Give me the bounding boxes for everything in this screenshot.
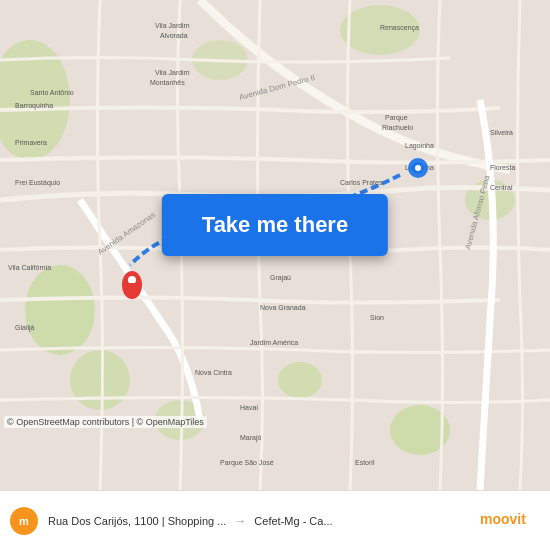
svg-text:Riachuelo: Riachuelo [382,124,413,131]
svg-text:Nova Granada: Nova Granada [260,304,306,311]
svg-text:Glalijá: Glalijá [15,324,35,332]
svg-text:Nova Cintra: Nova Cintra [195,369,232,376]
svg-text:Montanhês: Montanhês [150,79,185,86]
svg-text:moovit: moovit [480,511,526,527]
svg-text:Barroquinha: Barroquinha [15,102,53,110]
svg-text:Grajaú: Grajaú [270,274,291,282]
svg-point-44 [128,276,136,284]
svg-text:Sion: Sion [370,314,384,321]
svg-text:Jardim América: Jardim América [250,339,298,346]
svg-point-48 [415,165,421,171]
svg-text:Renascença: Renascença [380,24,419,32]
origin-text: Rua Dos Carijós, 1100 | Shopping ... [48,515,226,527]
bottom-bar: m Rua Dos Carijós, 1100 | Shopping ... →… [0,490,550,550]
svg-text:Vila Califórnia: Vila Califórnia [8,264,51,271]
svg-text:Vila Jardim: Vila Jardim [155,69,190,76]
svg-text:Santo Antônio: Santo Antônio [30,89,74,96]
route-info: Rua Dos Carijós, 1100 | Shopping ... → C… [48,514,472,528]
route-separator: → [234,514,246,528]
svg-text:Parque São José: Parque São José [220,459,274,467]
svg-text:Estoril: Estoril [355,459,375,466]
svg-text:Central: Central [490,184,513,191]
svg-text:Silveira: Silveira [490,129,513,136]
destination-text: Cefet-Mg - Ca... [254,515,332,527]
svg-text:Frei Eustáquio: Frei Eustáquio [15,179,60,187]
map-container: Santo Antônio Barroquinha Primavera Frei… [0,0,550,490]
svg-text:Alvorada: Alvorada [160,32,188,39]
svg-text:Parque: Parque [385,114,408,122]
take-me-there-button[interactable]: Take me there [162,194,388,256]
map-attribution: © OpenStreetMap contributors | © OpenMap… [4,416,207,428]
moovit-text-logo: moovit [480,509,540,533]
svg-text:Vila Jardim: Vila Jardim [155,22,190,29]
svg-text:Carlos Prates: Carlos Prates [340,179,383,186]
svg-text:Floresta: Floresta [490,164,515,171]
svg-text:Primavera: Primavera [15,139,47,146]
svg-text:Havaí: Havaí [240,404,258,411]
svg-text:Marajó: Marajó [240,434,262,442]
svg-text:Lagoinha: Lagoinha [405,142,434,150]
svg-point-5 [278,362,322,398]
moovit-logo-icon: m [10,507,38,535]
svg-point-2 [25,265,95,355]
svg-point-3 [70,350,130,410]
moovit-logo: m [10,507,38,535]
svg-text:m: m [19,515,29,527]
